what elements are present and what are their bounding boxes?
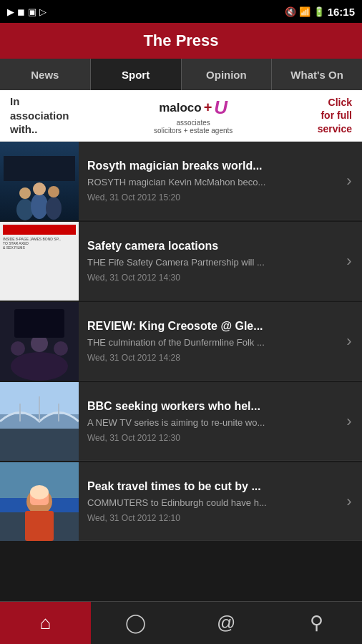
news-date-5: Wed, 31 Oct 2012 12:10 (87, 513, 331, 523)
banner-logo-sub1: associates (177, 119, 210, 127)
bottom-nav: ⌂ ◯ @ ⚲ (0, 601, 362, 644)
news-content-2: Safety camera locations THE Fife Safety … (79, 232, 336, 291)
news-summary-5: COMMUTERS to Edinburgh could have h... (87, 497, 331, 509)
list-item[interactable]: Rosyth magician breaks world... ROSYTH m… (0, 142, 362, 220)
news-thumbnail-2: INSIDE 8-PAGE JAMES BOND SP... TO STAR A… (0, 222, 79, 301)
list-item[interactable]: Peak travel times to be cut by ... COMMU… (0, 462, 362, 541)
news-date-1: Wed, 31 Oct 2012 15:20 (87, 192, 331, 203)
icon-mute: 🔇 (285, 6, 296, 17)
news-arrow-1: › (336, 172, 362, 190)
banner-logo-name: maloco + U (159, 97, 228, 119)
news-title-1: Rosyth magician breaks world... (87, 159, 331, 174)
home-icon: ⌂ (39, 612, 51, 634)
svg-point-0 (16, 199, 34, 220)
svg-point-25 (30, 485, 49, 499)
svg-rect-12 (14, 309, 64, 338)
news-thumbnail-4 (0, 382, 79, 461)
news-arrow-5: › (336, 492, 362, 511)
tab-opinion[interactable]: Opinion (182, 59, 273, 90)
news-content-5: Peak travel times to be cut by ... COMMU… (79, 472, 336, 531)
status-icons-left: ▶ ◼ ▣ ▷ (7, 6, 47, 17)
svg-point-8 (11, 352, 68, 381)
svg-point-9 (11, 341, 25, 356)
tab-news[interactable]: News (0, 59, 91, 90)
news-title-3: REVIEW: King Creosote @ Gle... (87, 319, 331, 334)
list-item[interactable]: REVIEW: King Creosote @ Gle... THE culmi… (0, 302, 362, 381)
nav-home[interactable]: ⌂ (0, 602, 91, 644)
icon-bag: ▣ (28, 6, 36, 17)
news-thumbnail-3 (0, 302, 79, 381)
thumb-image-1 (0, 142, 79, 220)
thumb-image-2: INSIDE 8-PAGE JAMES BOND SP... TO STAR A… (0, 222, 79, 301)
banner-logo: maloco + U associates solicitors + estat… (154, 97, 233, 135)
app-title: The Press (143, 31, 218, 50)
icon-media: ▷ (39, 6, 47, 17)
banner-ad[interactable]: Inassociationwith.. maloco + U associate… (0, 90, 362, 142)
news-summary-1: ROSYTH magician Kevin McMahon beco... (87, 177, 331, 189)
news-date-2: Wed, 31 Oct 2012 14:30 (87, 273, 331, 283)
svg-point-2 (46, 197, 62, 220)
news-date-4: Wed, 31 Oct 2012 12:30 (87, 433, 331, 443)
list-item[interactable]: INSIDE 8-PAGE JAMES BOND SP... TO STAR A… (0, 222, 362, 301)
news-content-1: Rosyth magician breaks world... ROSYTH m… (79, 152, 336, 210)
svg-point-11 (54, 341, 68, 356)
icon-camera: ◼ (17, 6, 25, 17)
at-icon: @ (217, 612, 235, 634)
person-icon: ◯ (125, 612, 146, 634)
status-bar: ▶ ◼ ▣ ▷ 🔇 📶 🔋 16:15 (0, 0, 362, 23)
news-content-4: BBC seeking workers who hel... A NEW TV … (79, 392, 336, 451)
banner-left-text: Inassociationwith.. (10, 94, 69, 137)
svg-rect-23 (25, 511, 54, 541)
nav-person[interactable]: ◯ (91, 602, 182, 644)
svg-point-5 (48, 186, 59, 197)
svg-rect-6 (4, 156, 75, 181)
nav-search[interactable]: ⚲ (272, 602, 363, 644)
news-arrow-3: › (336, 332, 362, 351)
tab-whatson[interactable]: What's On (272, 59, 362, 90)
list-item[interactable]: BBC seeking workers who hel... A NEW TV … (0, 382, 362, 461)
banner-right-text: Clickfor fullservice (318, 96, 352, 135)
icon-battery: 🔋 (313, 6, 325, 17)
svg-point-4 (33, 182, 46, 195)
status-icons-right: 🔇 📶 🔋 16:15 (285, 6, 355, 18)
news-thumbnail-1 (0, 142, 79, 220)
icon-signal: 📶 (299, 6, 310, 17)
nav-at[interactable]: @ (181, 602, 272, 644)
news-title-5: Peak travel times to be cut by ... (87, 479, 331, 494)
news-summary-2: THE Fife Safety Camera Partnership will … (87, 257, 331, 269)
news-thumbnail-5 (0, 462, 79, 541)
svg-point-1 (31, 193, 48, 219)
app-header: The Press (0, 23, 362, 59)
status-time: 16:15 (328, 6, 355, 18)
search-icon: ⚲ (310, 612, 323, 634)
news-summary-3: THE culmination of the Dunfermline Folk … (87, 337, 331, 349)
news-list: Rosyth magician breaks world... ROSYTH m… (0, 142, 362, 542)
tab-bar: News Sport Opinion What's On (0, 59, 362, 90)
tab-sport[interactable]: Sport (91, 59, 182, 90)
news-arrow-2: › (336, 252, 362, 270)
news-title-4: BBC seeking workers who hel... (87, 399, 331, 414)
news-date-3: Wed, 31 Oct 2012 14:28 (87, 353, 331, 363)
news-title-2: Safety camera locations (87, 239, 331, 254)
svg-point-3 (19, 187, 31, 199)
news-summary-4: A NEW TV series is aiming to re-unite wo… (87, 417, 331, 429)
icon-wifi: ▶ (7, 6, 14, 17)
news-content-3: REVIEW: King Creosote @ Gle... THE culmi… (79, 312, 336, 371)
news-arrow-4: › (336, 412, 362, 431)
banner-logo-sub2: solicitors + estate agents (154, 127, 233, 135)
